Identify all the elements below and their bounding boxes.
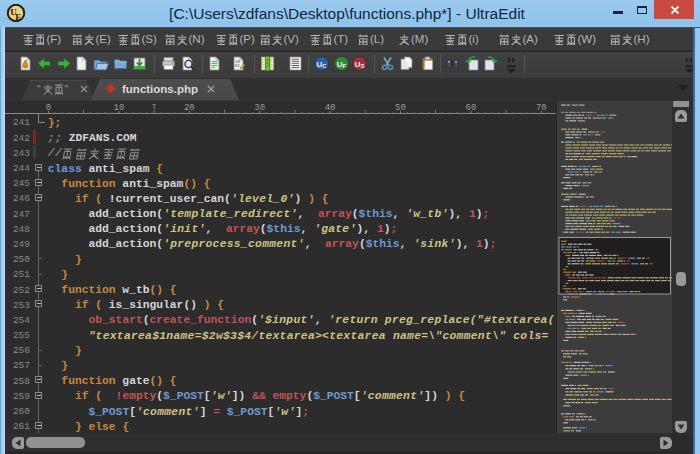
svg-text:T: T [151, 102, 156, 111]
svg-text:01: 01 [235, 63, 240, 68]
